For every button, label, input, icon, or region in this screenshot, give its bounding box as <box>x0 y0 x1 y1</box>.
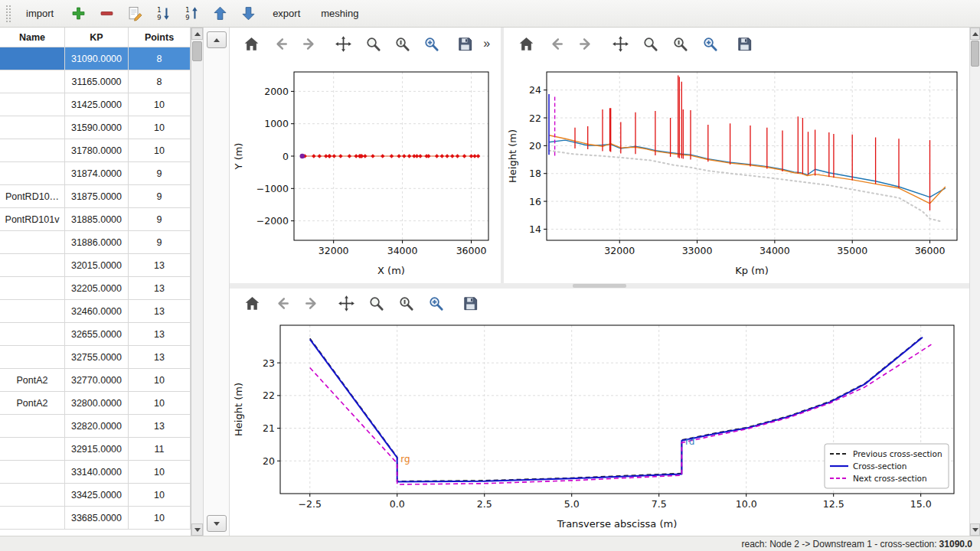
cell-points[interactable]: 13 <box>129 300 191 323</box>
cell-kp[interactable]: 32205.0000 <box>65 277 129 300</box>
cell-name[interactable]: PontRD10… <box>0 185 65 208</box>
cell-kp[interactable]: 31590.0000 <box>65 116 129 139</box>
row-up-button[interactable] <box>207 31 227 48</box>
table-scrollbar[interactable] <box>191 28 204 536</box>
cell-kp[interactable]: 31874.0000 <box>65 162 129 185</box>
cell-name[interactable]: PontRD101v <box>0 208 65 231</box>
cell-name[interactable] <box>0 47 65 70</box>
table-row[interactable]: 33425.000010 <box>0 484 191 507</box>
home-button[interactable] <box>514 32 537 55</box>
cell-points[interactable]: 10 <box>129 461 191 484</box>
long-profile-figure[interactable]: 3200033000340003500036000141618202224Kp … <box>504 60 968 282</box>
table-row[interactable]: 31886.00009 <box>0 231 191 254</box>
save-figure-button[interactable] <box>733 32 756 55</box>
cell-points[interactable]: 13 <box>129 415 191 438</box>
cell-kp[interactable]: 32655.0000 <box>65 323 129 346</box>
zoom-rect-button[interactable] <box>698 32 721 55</box>
zoom-button[interactable] <box>362 32 384 55</box>
table-row[interactable]: 33140.000010 <box>0 461 191 484</box>
cell-points[interactable]: 10 <box>129 93 191 116</box>
cell-points[interactable]: 9 <box>129 185 191 208</box>
cell-points[interactable]: 11 <box>129 438 191 461</box>
home-button[interactable] <box>240 292 263 315</box>
cell-kp[interactable]: 32800.0000 <box>65 392 129 415</box>
subplots-button[interactable] <box>391 32 413 55</box>
move-up-button[interactable] <box>208 3 231 24</box>
subplots-button[interactable] <box>394 292 417 315</box>
subplots-button[interactable] <box>668 32 691 55</box>
table-row[interactable]: 31874.00009 <box>0 162 191 185</box>
meshing-button[interactable]: meshing <box>313 3 366 24</box>
back-button[interactable] <box>270 32 292 55</box>
cross-section-figure[interactable]: −2.50.02.55.07.510.012.515.020212223Tran… <box>230 318 966 535</box>
column-header-name[interactable]: Name <box>0 28 65 47</box>
toolbar-extension-button[interactable]: » <box>483 37 490 50</box>
plan-view-figure[interactable]: 320003400036000−2000−1000010002000X (m)Y… <box>230 60 499 282</box>
cell-kp[interactable]: 31875.0000 <box>65 185 129 208</box>
table-row[interactable]: 31090.00008 <box>0 47 191 70</box>
table-row[interactable]: 32755.000013 <box>0 346 191 369</box>
cell-name[interactable] <box>0 70 65 93</box>
cell-points[interactable]: 13 <box>129 277 191 300</box>
cross-section-chart[interactable]: −2.50.02.55.07.510.012.515.020212223Tran… <box>230 318 969 536</box>
move-down-button[interactable] <box>237 3 260 24</box>
table-row[interactable]: 33685.000010 <box>0 507 191 530</box>
cell-kp[interactable]: 31425.0000 <box>65 93 129 116</box>
cell-name[interactable] <box>0 116 65 139</box>
cell-name[interactable] <box>0 277 65 300</box>
scroll-down-button[interactable] <box>191 523 203 536</box>
cell-name[interactable] <box>0 254 65 277</box>
cell-name[interactable] <box>0 93 65 116</box>
cell-points[interactable]: 10 <box>129 392 191 415</box>
row-down-button[interactable] <box>207 515 227 532</box>
table-row[interactable]: 32820.000013 <box>0 415 191 438</box>
table-row[interactable]: 32460.000013 <box>0 300 191 323</box>
table-row[interactable]: 32655.000013 <box>0 323 191 346</box>
cell-name[interactable] <box>0 300 65 323</box>
back-button[interactable] <box>544 32 567 55</box>
cell-points[interactable]: 10 <box>129 139 191 162</box>
table-row[interactable]: PontRD10…31875.00009 <box>0 185 191 208</box>
cell-kp[interactable]: 31886.0000 <box>65 231 129 254</box>
table-row[interactable]: 32015.000013 <box>0 254 191 277</box>
cell-points[interactable]: 8 <box>129 47 191 70</box>
cell-points[interactable]: 13 <box>129 254 191 277</box>
scroll-up-button[interactable] <box>191 28 203 40</box>
sort-descending-button[interactable]: 19 <box>152 3 175 24</box>
cell-points[interactable]: 9 <box>129 208 191 231</box>
cell-kp[interactable]: 31780.0000 <box>65 139 129 162</box>
cell-kp[interactable]: 32820.0000 <box>65 415 129 438</box>
cell-points[interactable]: 10 <box>129 507 191 530</box>
column-header-points[interactable]: Points <box>129 28 191 47</box>
sort-ascending-button[interactable]: 19 <box>180 3 203 24</box>
cell-name[interactable] <box>0 438 65 461</box>
cell-name[interactable] <box>0 461 65 484</box>
table-row[interactable]: PontA232770.000010 <box>0 369 191 392</box>
right-scrollbar[interactable] <box>969 28 980 536</box>
table-row[interactable]: 31780.000010 <box>0 139 191 162</box>
pan-button[interactable] <box>332 32 354 55</box>
zoom-button[interactable] <box>364 292 387 315</box>
cell-kp[interactable]: 33425.0000 <box>65 484 129 507</box>
back-button[interactable] <box>270 292 293 315</box>
edit-button[interactable] <box>123 3 146 24</box>
cell-kp[interactable]: 32915.0000 <box>65 438 129 461</box>
table-row[interactable]: 31590.000010 <box>0 116 191 139</box>
scroll-down-button[interactable] <box>970 523 980 536</box>
home-button[interactable] <box>240 32 263 55</box>
cell-points[interactable]: 10 <box>129 116 191 139</box>
cell-points[interactable]: 13 <box>129 346 191 369</box>
cell-name[interactable] <box>0 507 65 530</box>
pan-button[interactable] <box>335 292 358 315</box>
cell-name[interactable] <box>0 162 65 185</box>
cell-points[interactable]: 9 <box>129 231 191 254</box>
zoom-rect-button[interactable] <box>424 292 447 315</box>
table-row[interactable]: PontA232800.000010 <box>0 392 191 415</box>
cell-kp[interactable]: 33140.0000 <box>65 461 129 484</box>
cell-points[interactable]: 10 <box>129 484 191 507</box>
cell-points[interactable]: 9 <box>129 162 191 185</box>
cell-kp[interactable]: 32460.0000 <box>65 300 129 323</box>
table-row[interactable]: 32915.000011 <box>0 438 191 461</box>
table-row[interactable]: 31165.00008 <box>0 70 191 93</box>
cell-points[interactable]: 8 <box>129 70 191 93</box>
